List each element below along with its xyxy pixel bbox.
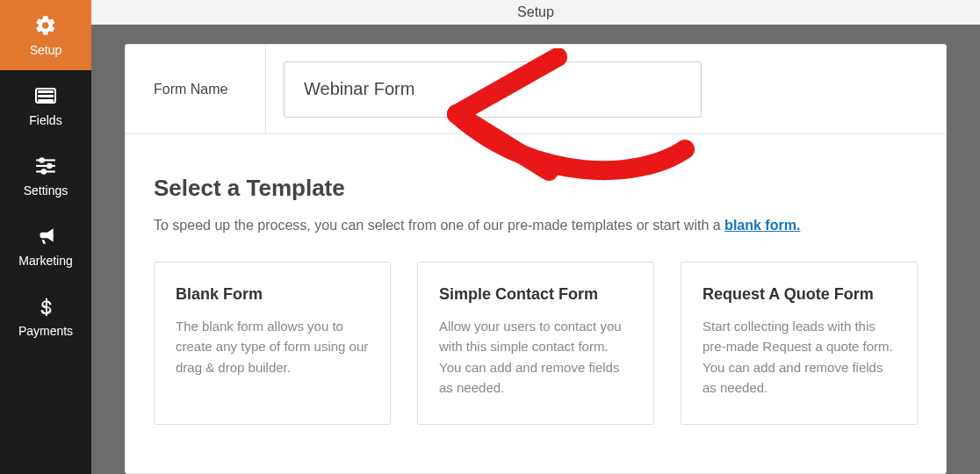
- sidebar-label-fields: Fields: [29, 113, 61, 127]
- template-title: Blank Form: [176, 285, 369, 304]
- sidebar-label-marketing: Marketing: [18, 254, 72, 268]
- template-desc: Allow your users to contact you with thi…: [439, 316, 632, 398]
- sidebar-item-payments[interactable]: Payments: [0, 281, 91, 351]
- svg-point-9: [41, 169, 47, 175]
- svg-rect-1: [38, 95, 54, 97]
- panel: Form Name Select a Template To speed up …: [125, 44, 947, 474]
- blank-form-link[interactable]: blank form.: [724, 218, 800, 233]
- form-name-input-cell: [266, 61, 946, 118]
- template-desc: The blank form allows you to create any …: [176, 316, 369, 377]
- dollar-icon: [33, 294, 58, 319]
- sliders-icon: [33, 154, 58, 178]
- sidebar-item-settings[interactable]: Settings: [0, 140, 91, 211]
- select-template-desc: To speed up the process, you can select …: [154, 218, 918, 233]
- content-wrapper: Form Name Select a Template To speed up …: [91, 25, 980, 474]
- template-card-blank[interactable]: Blank Form The blank form allows you to …: [154, 262, 391, 425]
- bullhorn-icon: [33, 224, 58, 248]
- sidebar-item-fields[interactable]: Fields: [0, 70, 91, 140]
- list-icon: [33, 83, 58, 108]
- form-name-row: Form Name: [126, 45, 946, 134]
- svg-point-7: [39, 157, 45, 163]
- sidebar-label-settings: Settings: [24, 183, 68, 198]
- svg-rect-5: [36, 165, 55, 167]
- gear-icon: [33, 13, 58, 38]
- form-name-label: Form Name: [126, 45, 266, 133]
- template-card-simple-contact[interactable]: Simple Contact Form Allow your users to …: [417, 262, 654, 425]
- form-name-input[interactable]: [284, 61, 702, 118]
- sidebar-item-setup[interactable]: Setup: [0, 0, 91, 70]
- template-title: Simple Contact Form: [439, 285, 632, 304]
- sidebar-label-setup: Setup: [30, 43, 62, 57]
- template-card-request-quote[interactable]: Request A Quote Form Start collecting le…: [681, 262, 918, 425]
- templates-grid: Blank Form The blank form allows you to …: [154, 262, 918, 425]
- sidebar: Setup Fields Settings Marketing Payments: [0, 0, 91, 474]
- svg-rect-0: [38, 90, 54, 93]
- svg-point-8: [47, 163, 53, 169]
- sidebar-item-marketing[interactable]: Marketing: [0, 211, 91, 281]
- template-title: Request A Quote Form: [703, 285, 896, 304]
- main-area: Setup Form Name Select a Template To spe…: [91, 0, 980, 474]
- panel-body: Select a Template To speed up the proces…: [126, 134, 946, 453]
- sidebar-label-payments: Payments: [18, 324, 73, 338]
- svg-rect-2: [38, 99, 54, 102]
- template-desc: Start collecting leads with this pre-mad…: [703, 316, 896, 398]
- topbar: Setup: [91, 0, 980, 25]
- select-template-title: Select a Template: [154, 175, 918, 202]
- page-title: Setup: [517, 4, 554, 20]
- select-template-desc-text: To speed up the process, you can select …: [154, 218, 724, 233]
